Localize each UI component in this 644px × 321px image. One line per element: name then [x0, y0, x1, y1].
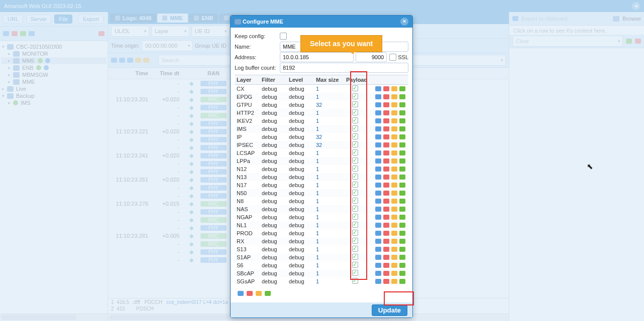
remove-icon[interactable] [98, 31, 104, 36]
row-remove-icon[interactable] [383, 94, 389, 99]
row-warn-icon[interactable] [391, 279, 397, 284]
row-warn-icon[interactable] [391, 183, 397, 188]
nav-next-icon[interactable] [127, 58, 133, 63]
row-edit-icon[interactable] [375, 110, 381, 115]
row-add-icon[interactable] [399, 150, 405, 155]
row-warn-icon[interactable] [391, 207, 397, 212]
update-button[interactable]: Update [372, 304, 407, 316]
row-remove-icon[interactable] [383, 102, 389, 107]
row-remove-icon[interactable] [383, 231, 389, 236]
ueid-combo[interactable]: UE ID [191, 26, 230, 37]
row-remove-icon[interactable] [383, 126, 389, 131]
row-warn-icon[interactable] [391, 118, 397, 123]
tool-warn-icon[interactable] [256, 291, 262, 296]
row-remove-icon[interactable] [383, 255, 389, 260]
row-warn-icon[interactable] [391, 223, 397, 228]
export-button[interactable]: Export [78, 15, 103, 24]
row-edit-icon[interactable] [375, 94, 381, 99]
row-remove-icon[interactable] [383, 86, 389, 91]
payload-checkbox[interactable] [352, 246, 358, 252]
time-origin-field[interactable]: 00:00:00.000 [142, 40, 193, 51]
tree-root[interactable]: ▾CBC-20210501f00 [1, 43, 106, 50]
tool-remove-icon[interactable] [247, 291, 253, 296]
table-row[interactable]: N8debugdebug1 [235, 197, 408, 205]
row-add-icon[interactable] [399, 158, 405, 164]
nav-warn-icon[interactable] [135, 58, 141, 63]
file-button[interactable]: File [54, 15, 72, 24]
row-edit-icon[interactable] [375, 255, 381, 260]
row-warn-icon[interactable] [391, 102, 397, 107]
row-edit-icon[interactable] [375, 126, 381, 131]
row-remove-icon[interactable] [383, 271, 389, 276]
keep-config-checkbox[interactable] [280, 33, 287, 40]
row-remove-icon[interactable] [383, 134, 389, 139]
tree-node-monitor[interactable]: ▸MONITOR [1, 50, 106, 57]
row-edit-icon[interactable] [375, 142, 381, 147]
row-remove-icon[interactable] [383, 223, 389, 228]
export-clipboard-icon[interactable] [512, 16, 518, 21]
row-add-icon[interactable] [399, 110, 405, 115]
tab-enb[interactable]: ENB [189, 14, 218, 23]
tree-node-mme[interactable]: ▸MME [1, 57, 106, 64]
left-scrollbar[interactable] [0, 313, 108, 321]
row-add-icon[interactable] [399, 102, 405, 107]
row-warn-icon[interactable] [391, 94, 397, 99]
browse-button[interactable]: Browse [622, 16, 641, 22]
row-add-icon[interactable] [399, 231, 405, 236]
row-add-icon[interactable] [399, 207, 405, 212]
row-edit-icon[interactable] [375, 150, 381, 155]
tree-backup[interactable]: ▾Backup [1, 92, 106, 99]
clear-input[interactable]: Clear [512, 36, 623, 47]
remove2-icon[interactable] [635, 39, 641, 44]
row-warn-icon[interactable] [391, 247, 397, 252]
row-add-icon[interactable] [399, 142, 405, 147]
row-add-icon[interactable] [399, 167, 405, 172]
row-edit-icon[interactable] [375, 271, 381, 276]
row-remove-icon[interactable] [383, 191, 389, 196]
table-row[interactable]: IKEV2debugdebug1 [235, 117, 408, 125]
row-add-icon[interactable] [399, 271, 405, 276]
row-edit-icon[interactable] [375, 247, 381, 252]
row-add-icon[interactable] [399, 126, 405, 131]
row-remove-icon[interactable] [383, 239, 389, 244]
payload-checkbox[interactable] [352, 166, 358, 172]
payload-checkbox[interactable] [352, 182, 358, 188]
row-edit-icon[interactable] [375, 231, 381, 236]
payload-checkbox[interactable] [352, 230, 358, 236]
row-edit-icon[interactable] [375, 263, 381, 268]
row-remove-icon[interactable] [383, 175, 389, 180]
table-row[interactable]: RXdebugdebug1 [235, 237, 408, 245]
row-remove-icon[interactable] [383, 247, 389, 252]
table-row[interactable]: S1APdebugdebug1 [235, 253, 408, 261]
row-edit-icon[interactable] [375, 279, 381, 284]
tree-node-mme[interactable]: ▸MME [1, 78, 106, 85]
edit-icon[interactable] [3, 31, 9, 36]
table-row[interactable]: HTTP2debugdebug1 [235, 109, 408, 117]
row-edit-icon[interactable] [375, 191, 381, 196]
row-edit-icon[interactable] [375, 118, 381, 123]
payload-checkbox[interactable] [352, 278, 358, 284]
row-add-icon[interactable] [399, 247, 405, 252]
uldl-combo[interactable]: UL/DL [111, 26, 149, 37]
titlebar-close-icon[interactable]: ◄ [632, 2, 640, 10]
row-add-icon[interactable] [399, 263, 405, 268]
dialog-title-bar[interactable]: Configure MME × [231, 16, 412, 28]
row-remove-icon[interactable] [383, 207, 389, 212]
layer-combo[interactable]: Layer [151, 26, 189, 37]
server-button[interactable]: Server [26, 15, 51, 24]
row-warn-icon[interactable] [391, 239, 397, 244]
row-edit-icon[interactable] [375, 223, 381, 228]
row-add-icon[interactable] [399, 134, 405, 139]
reload-icon[interactable] [20, 31, 26, 36]
table-row[interactable]: NL1debugdebug1 [235, 221, 408, 229]
row-warn-icon[interactable] [391, 167, 397, 172]
payload-checkbox[interactable] [352, 222, 358, 228]
tree-ims[interactable]: ▸IMS [1, 99, 106, 106]
payload-checkbox[interactable] [352, 214, 358, 220]
tree-node-enb[interactable]: ▸ENB [1, 64, 106, 71]
row-warn-icon[interactable] [391, 263, 397, 268]
add-icon[interactable] [626, 39, 632, 44]
table-row[interactable]: SGsAPdebugdebug1 [235, 277, 408, 285]
row-remove-icon[interactable] [383, 215, 389, 220]
row-add-icon[interactable] [399, 94, 405, 99]
